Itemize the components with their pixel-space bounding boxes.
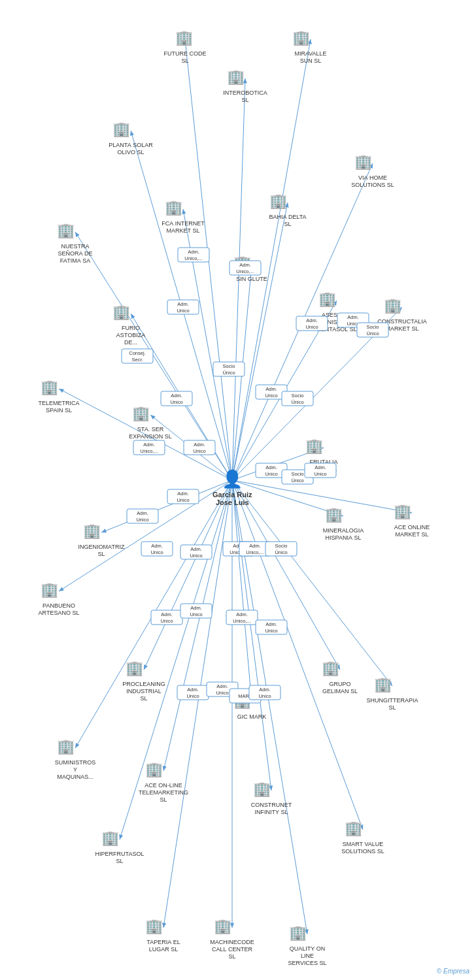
copyright-text: © Empresa xyxy=(437,968,469,975)
center-label: Garcia RuizJose Luis xyxy=(212,491,252,506)
center-node: 👤 Garcia RuizJose Luis xyxy=(212,469,252,506)
person-icon: 👤 xyxy=(222,469,243,489)
